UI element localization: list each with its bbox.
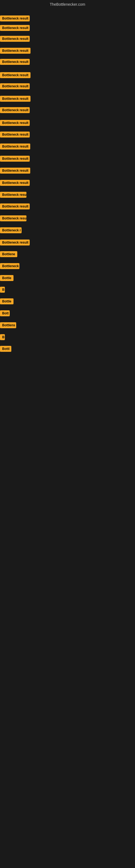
bottleneck-badge-container: Bottleneck result [0,180,30,187]
bottleneck-badge-container: Bottle [0,299,13,305]
bottleneck-badge-container: Bottleneck result [0,167,30,175]
bottleneck-result-badge[interactable]: Bottlene [0,251,17,257]
bottleneck-result-badge[interactable]: Bottleneck result [0,107,30,113]
bottleneck-badge-container: Bottleneck result [0,156,30,163]
bottleneck-badge-container: Bottle [0,275,13,282]
bottleneck-result-badge[interactable]: Bottleneck resu [0,215,27,221]
bottleneck-result-badge[interactable]: Bottl [0,346,11,352]
bottleneck-result-badge[interactable]: Bottleneck result [0,120,30,126]
bottleneck-result-badge[interactable]: Bottleneck result [0,96,31,102]
bottleneck-result-badge[interactable]: Bottleneck result [0,25,30,31]
bottleneck-result-badge[interactable]: Bottleneck result [0,204,30,209]
bottleneck-badge-container: Bottleneck resu [0,192,27,199]
bottleneck-result-badge[interactable]: Bottleneck result [0,144,30,150]
bottleneck-result-badge[interactable]: B [0,334,5,340]
bottleneck-badge-container: Bottleneck result [0,48,31,55]
bottleneck-result-badge[interactable]: Bottle [0,275,13,281]
bottleneck-result-badge[interactable]: Bottlens [0,322,16,328]
bottleneck-result-badge[interactable]: Bottleneck result [0,36,30,42]
bottleneck-result-badge[interactable]: B [0,287,5,293]
bottleneck-badge-container: Bottleneck resu [0,215,27,222]
bottleneck-badge-container: Bottleneck result [0,83,30,90]
bottleneck-result-badge[interactable]: Bottleneck result [0,16,30,22]
bottleneck-badge-container: Bottl [0,346,11,353]
bottleneck-result-badge[interactable]: Bottleneck [0,263,19,269]
bottleneck-result-badge[interactable]: Bottleneck result [0,240,30,246]
bottleneck-badge-container: Bott [0,310,10,317]
bottleneck-badge-container: Bottleneck result [0,96,31,103]
bottleneck-badge-container: B [0,287,5,294]
bottleneck-badge-container: Bottleneck [0,263,19,270]
bottleneck-badge-container: Bottleneck result [0,240,30,247]
bottleneck-result-badge[interactable]: Bottleneck result [0,156,30,162]
bottleneck-result-badge[interactable]: Bottleneck result [0,131,30,137]
bottleneck-badge-container: Bottlens [0,322,16,329]
bottleneck-result-badge[interactable]: Bottleneck resu [0,192,27,198]
bottleneck-badge-container: B [0,334,5,341]
bottleneck-result-badge[interactable]: Bottleneck result [0,72,31,78]
bottleneck-result-badge[interactable]: Bott [0,310,10,316]
bottleneck-badge-container: Bottleneck result [0,59,30,66]
bottleneck-result-badge[interactable]: Bottleneck result [0,83,30,89]
bottleneck-result-badge[interactable]: Bottleneck result [0,167,30,174]
bottleneck-badge-container: Bottleneck result [0,107,30,114]
bottleneck-badge-container: Bottleneck result [0,36,30,43]
bottleneck-badge-container: Bottleneck result [0,144,30,151]
bottleneck-result-badge[interactable]: Bottleneck result [0,59,30,65]
bottleneck-badge-container: Bottleneck result [0,131,30,138]
bottleneck-badge-container: Bottleneck result [0,25,30,32]
site-title: TheBottlenecker.com [0,0,135,9]
bottleneck-result-badge[interactable]: Bottleneck result [0,48,31,54]
bottleneck-result-badge[interactable]: Bottle [0,299,13,304]
bottleneck-result-badge[interactable]: Bottleneck result [0,180,30,186]
bottleneck-badge-container: Bottleneck result [0,120,30,127]
bottleneck-badge-container: Bottleneck result [0,204,30,211]
bottleneck-badge-container: Bottleneck result [0,16,30,23]
bottleneck-badge-container: Bottlene [0,251,17,258]
bottleneck-result-badge[interactable]: Bottleneck r [0,227,21,233]
bottleneck-badge-container: Bottleneck result [0,72,31,79]
bottleneck-badge-container: Bottleneck r [0,227,21,235]
